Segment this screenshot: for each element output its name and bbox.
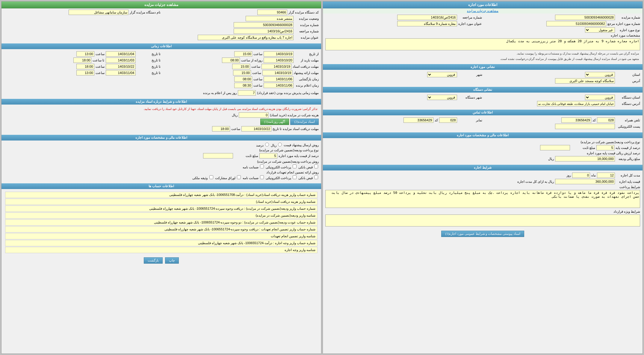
mohlat-esnad-to-input[interactable] <box>106 64 136 69</box>
shomare-morajee-input2[interactable] <box>234 28 294 34</box>
mohlat-irae-from-input[interactable] <box>262 70 292 75</box>
vosughe-cb[interactable] <box>209 175 213 179</box>
ostan-select[interactable]: قزوین <box>585 72 615 77</box>
rooz-input[interactable] <box>572 173 590 178</box>
hazine-input[interactable] <box>239 112 269 118</box>
mablagh-sabt-right-label: مبلغ ثابت <box>234 154 258 158</box>
mohlat-esnad2-saat-input[interactable] <box>212 126 230 132</box>
shahr-dastgah-select[interactable]: قزوین <box>427 95 457 100</box>
mah-input[interactable] <box>597 173 615 178</box>
shomare-mazayede-input2[interactable] <box>234 22 294 28</box>
tarikh-ta-input[interactable] <box>106 51 136 57</box>
zamani-header: اطلاعات زمانی <box>1 43 321 49</box>
elek2-cb[interactable] <box>293 175 297 179</box>
warning-text: تذکر گرامی: ضرورت رایگان بودن هزینه دریا… <box>4 107 319 111</box>
sharayet-section: مدت کل اجاره ماه روز قیمت پایه اجاره ریا… <box>323 171 643 228</box>
bazgasht-btn[interactable]: بازگشت <box>144 257 163 264</box>
esnad-btn[interactable]: اسناد پیوستی مشخصات و شرایط عمومی مورد ا… <box>441 231 524 237</box>
mohlat-esnad-from-input[interactable] <box>261 64 291 69</box>
mohlat-irae-to-input[interactable] <box>106 70 136 75</box>
left-panel: اطلاعات مورد اجاره مشاهده جزئیات مزایده … <box>323 1 643 354</box>
check-bank2-cb[interactable] <box>314 175 318 179</box>
description-textarea[interactable]: اجاره معاره شماره 9 به متراژ 20 همکف و 2… <box>325 38 640 50</box>
darsad-radio[interactable] <box>265 143 269 146</box>
saat-enteshar-input[interactable] <box>234 51 252 57</box>
name-label: نام دستگاه مزایده گزار <box>130 10 161 14</box>
fax-input[interactable] <box>403 117 433 123</box>
envan-ejare-input[interactable] <box>397 21 457 26</box>
mohlat-esnad-to-saat-input[interactable] <box>76 64 94 69</box>
tarikh-enteshar-label: از تاریخ <box>295 52 319 56</box>
elek-cb[interactable] <box>293 164 297 168</box>
mohlat-esnad2-input[interactable] <box>241 126 271 132</box>
modat-label: مدت کل اجاره <box>616 173 640 177</box>
mohlat-irae-to-saat-input[interactable] <box>76 70 94 75</box>
noe-pardakht-label: نوع پرداخت ودیعه(تضمین شرکت در مزایده) <box>580 140 640 144</box>
ref-number-input[interactable] <box>397 15 457 20</box>
envan-mazayede-input[interactable] <box>198 35 294 40</box>
mosharekhat-cb[interactable] <box>237 175 241 179</box>
chap-btn[interactable]: چاپ <box>165 257 179 264</box>
tarikh-enteshar-input[interactable] <box>264 51 294 57</box>
mohlat-esnad-from-saat-input[interactable] <box>232 64 250 69</box>
sharayet-vezhe-textarea[interactable] <box>325 214 640 226</box>
zaman-bazgoshaii-saat-input[interactable] <box>234 76 252 82</box>
zaman-bazgoshaii-label: زمان بازگشایی <box>295 77 319 81</box>
mablagh-sabt-input[interactable] <box>540 145 570 150</box>
check-bank-cb[interactable] <box>314 164 318 168</box>
code-input[interactable] <box>257 10 287 15</box>
nove-select[interactable]: غیر منقول <box>585 27 615 33</box>
address-input[interactable] <box>555 78 615 84</box>
fax-code-input[interactable] <box>439 117 457 123</box>
darsad-input[interactable] <box>596 145 614 150</box>
mohlat-ghabd-label: مهلت زمانی پذیرش برنده بودن (عقد قرارداد… <box>257 91 319 95</box>
hesabha-header: اطلاعات حساب ها <box>1 183 321 189</box>
address-dastgah-input[interactable] <box>537 101 615 106</box>
gheymat-payeh-input[interactable] <box>555 179 615 184</box>
saat-ta-input[interactable] <box>76 51 94 57</box>
name-input[interactable] <box>69 10 129 15</box>
account-row-6: شناسه واریز تضمین انجام تعهدات <box>5 233 318 239</box>
mazayede-link[interactable]: مشاهده جزئیات مزایده <box>323 8 643 13</box>
mali-section-right: روش ارسال پیشنهاد قیمت ریال درصد نوع پرد… <box>1 141 321 182</box>
zamanat2-cb[interactable] <box>260 175 264 179</box>
mazayede-number-input[interactable] <box>555 15 615 20</box>
mohlat-bazid-from-saat-input[interactable] <box>222 58 240 63</box>
zamanat-cb[interactable] <box>260 164 264 168</box>
ostan-dastgah-select[interactable]: قزوین <box>585 95 615 100</box>
mazayede-number-label: شماره مزایده <box>616 16 640 19</box>
mohlat-irae-label: مهلت ارائه پیشنهاد <box>294 71 319 75</box>
mali-header: اطلاعات مالی و مشخصات مورد اجاره <box>323 132 643 138</box>
zaman-bazgoshaii-input[interactable] <box>264 76 294 82</box>
info-text1: مزایده گران می بایست در مرحله ارسال پیشن… <box>325 51 640 56</box>
tel-input[interactable] <box>561 117 591 123</box>
darsad-right-input[interactable] <box>259 153 277 158</box>
esnad-mazayede-btn[interactable]: اسناد مزایده(2) <box>290 119 319 125</box>
mohlat-bazid-to-input[interactable] <box>106 58 136 63</box>
basic-fields: شماره مزایده شماره مورد اجاره مرجع شماره… <box>323 13 643 63</box>
mohlat-ghabd-days-input[interactable] <box>238 90 256 96</box>
mohlat-bazid-from-input[interactable] <box>264 58 294 63</box>
agahi-btn[interactable]: آگهی روزنامه(1) <box>260 119 289 125</box>
etela-header: اطلاعات تماس <box>323 110 643 115</box>
mohlat-bazid-to-saat-input[interactable] <box>73 58 91 63</box>
tel-code-input[interactable] <box>597 117 615 123</box>
mohlat-ghabd-text: روز پس از اعلام به برنده <box>203 91 237 95</box>
zaman-elam-saat-input[interactable] <box>234 83 252 88</box>
mablagh-sabt-right-input[interactable] <box>203 153 233 158</box>
tarikh-ta-label: تا تاریخ <box>137 52 161 56</box>
mah-label: ماه <box>591 173 596 177</box>
ejare-ref-input[interactable] <box>546 21 606 26</box>
vaziat-input[interactable] <box>246 16 294 21</box>
sharayet-pardakht-textarea[interactable]: پرداخت نشود قرة قرة قرة ما ماهه و یا دوا… <box>325 190 640 208</box>
hesabha-section: شماره حساب واریز هزینه دریافت اسناد(خرید… <box>1 190 321 255</box>
esnad-section: تذکر گرامی: ضرورت رایگان بودن هزینه دریا… <box>1 105 321 134</box>
riyal-radio[interactable] <box>278 143 282 146</box>
darsad-label: درصد از قیمت پایه <box>616 146 640 150</box>
hazine-label: هزینه شرکت در مزایده (خرید اسناد) <box>270 113 319 117</box>
zaman-elam-input[interactable] <box>264 83 294 88</box>
mohlat-irae-from-saat-input[interactable] <box>233 70 251 75</box>
shahr-select[interactable]: قزوین <box>427 72 457 77</box>
post-input[interactable] <box>555 124 615 129</box>
mablagh-riyal-input[interactable] <box>555 156 615 161</box>
